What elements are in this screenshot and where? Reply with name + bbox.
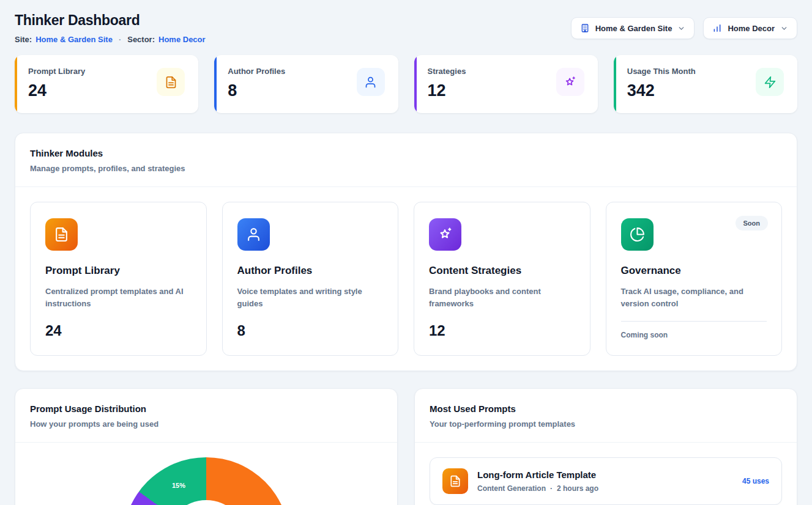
module-description: Track AI usage, compliance, and version … — [621, 286, 767, 310]
user-icon — [357, 68, 385, 96]
sparkle-star-icon — [556, 68, 584, 96]
thinker-modules-panel: Thinker Modules Manage prompts, profiles… — [15, 133, 797, 371]
module-title: Author Profiles — [237, 265, 384, 277]
sector-label: Sector: — [127, 35, 155, 44]
stats-row: Prompt Library 24 Author Profiles 8 Stra… — [15, 55, 797, 113]
modules-panel-header: Thinker Modules Manage prompts, profiles… — [15, 133, 797, 187]
stat-value: 24 — [28, 81, 85, 100]
donut-label: 15% — [172, 482, 185, 489]
breadcrumb-separator: · — [119, 35, 121, 44]
bar-chart-icon — [712, 23, 722, 33]
soon-badge: Soon — [736, 216, 769, 230]
breadcrumb: Site: Home & Garden Site · Sector: Home … — [15, 35, 206, 44]
chevron-down-icon — [780, 24, 788, 32]
stat-value: 342 — [627, 81, 696, 100]
pie-chart-icon — [621, 218, 654, 251]
prompts-panel-title: Most Used Prompts — [430, 404, 782, 414]
stat-label: Author Profiles — [228, 67, 285, 76]
stat-card-strategies: Strategies 12 — [414, 55, 598, 113]
prompts-panel-header: Most Used Prompts Your top-performing pr… — [415, 389, 797, 443]
file-text-icon — [442, 468, 468, 494]
prompt-item-text: Long-form Article Template Content Gener… — [477, 470, 598, 493]
stat-card-author-profiles: Author Profiles 8 — [214, 55, 398, 113]
zap-icon — [756, 68, 784, 96]
header: Thinker Dashboard Site: Home & Garden Si… — [15, 12, 797, 44]
stat-value: 8 — [228, 81, 285, 100]
meta-separator: · — [550, 484, 553, 493]
sector-selector-dropdown[interactable]: Home Decor — [703, 17, 797, 39]
module-description: Centralized prompt templates and AI inst… — [45, 286, 192, 310]
site-selector-value: Home & Garden Site — [595, 24, 672, 33]
module-description: Voice templates and writing style guides — [237, 286, 384, 310]
module-card-governance[interactable]: Soon Governance Track AI usage, complian… — [606, 202, 783, 356]
modules-panel-title: Thinker Modules — [30, 148, 782, 158]
prompt-item-category: Content Generation — [477, 484, 546, 493]
prompt-item-uses: 45 uses — [742, 477, 769, 485]
module-count: 24 — [45, 322, 192, 339]
sector-selector-value: Home Decor — [728, 24, 775, 33]
stat-card-prompt-library: Prompt Library 24 — [15, 55, 198, 113]
stat-label: Strategies — [428, 67, 466, 76]
stat-label: Prompt Library — [28, 67, 85, 76]
modules-panel-subtitle: Manage prompts, profiles, and strategies — [30, 164, 782, 173]
file-text-icon — [157, 68, 185, 96]
bottom-row: Prompt Usage Distribution How your promp… — [15, 388, 797, 505]
most-used-prompts-panel: Most Used Prompts Your top-performing pr… — [414, 388, 797, 505]
module-title: Prompt Library — [45, 265, 192, 277]
site-selector-dropdown[interactable]: Home & Garden Site — [571, 17, 695, 39]
module-card-prompt-library[interactable]: Prompt Library Centralized prompt templa… — [30, 202, 207, 356]
module-title: Governance — [621, 265, 767, 277]
module-count: 8 — [237, 322, 384, 339]
prompt-list-item[interactable]: Long-form Article Template Content Gener… — [430, 457, 782, 505]
chevron-down-icon — [677, 24, 685, 32]
prompt-item-time: 2 hours ago — [557, 484, 598, 493]
usage-panel-title: Prompt Usage Distribution — [30, 404, 382, 414]
sparkle-star-icon — [429, 218, 461, 251]
module-count: 12 — [429, 322, 575, 339]
site-label: Site: — [15, 35, 32, 44]
sector-link[interactable]: Home Decor — [158, 35, 206, 44]
prompt-item-title: Long-form Article Template — [477, 470, 598, 480]
usage-panel-subtitle: How your prompts are being used — [30, 419, 382, 429]
stat-card-usage: Usage This Month 342 — [614, 55, 797, 113]
stat-label: Usage This Month — [627, 67, 696, 76]
file-text-icon — [45, 218, 78, 251]
module-card-author-profiles[interactable]: Author Profiles Voice templates and writ… — [222, 202, 399, 356]
module-title: Content Strategies — [429, 265, 575, 277]
module-coming-soon: Coming soon — [621, 321, 767, 339]
page-title: Thinker Dashboard — [15, 12, 206, 29]
module-card-content-strategies[interactable]: Content Strategies Brand playbooks and c… — [414, 202, 590, 356]
modules-grid: Prompt Library Centralized prompt templa… — [15, 187, 797, 370]
usage-panel-header: Prompt Usage Distribution How your promp… — [15, 389, 397, 443]
header-actions: Home & Garden Site Home Decor — [571, 12, 797, 39]
stat-value: 12 — [428, 81, 466, 100]
donut-chart-area: 15% — [15, 457, 397, 505]
prompt-usage-panel: Prompt Usage Distribution How your promp… — [15, 388, 398, 505]
site-link[interactable]: Home & Garden Site — [35, 35, 113, 44]
prompt-item-meta: Content Generation · 2 hours ago — [477, 484, 598, 493]
dashboard-page: Thinker Dashboard Site: Home & Garden Si… — [0, 0, 812, 505]
header-left: Thinker Dashboard Site: Home & Garden Si… — [15, 12, 206, 44]
donut-chart: 15% — [123, 457, 289, 505]
module-description: Brand playbooks and content frameworks — [429, 286, 575, 310]
user-icon — [237, 218, 270, 251]
prompts-panel-subtitle: Your top-performing prompt templates — [430, 419, 782, 429]
building-icon — [580, 23, 590, 33]
